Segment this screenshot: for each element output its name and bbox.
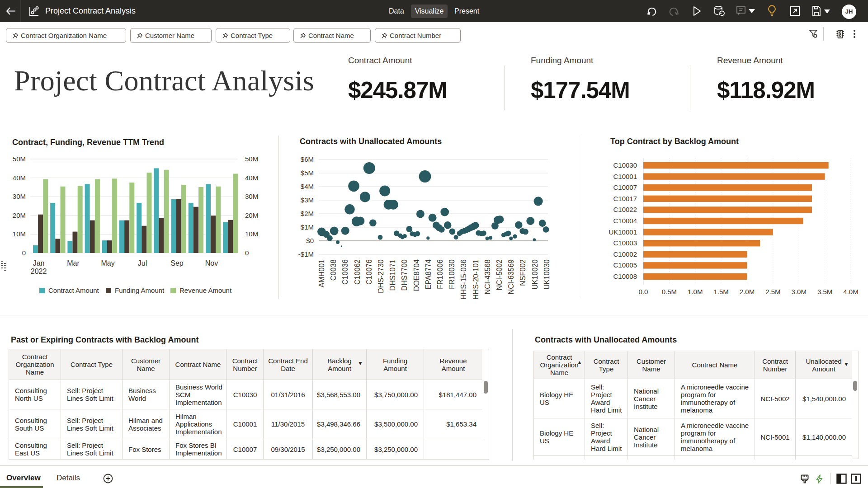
svg-text:40M: 40M [245, 174, 258, 182]
svg-text:HHS-15-036: HHS-15-036 [460, 259, 467, 300]
svg-text:$2M: $2M [301, 210, 314, 217]
svg-text:C10003: C10003 [613, 239, 637, 247]
svg-text:3.0M: 3.0M [792, 288, 807, 296]
svg-text:2022: 2022 [31, 267, 47, 275]
svg-text:$5M: $5M [301, 169, 314, 177]
svg-text:0: 0 [245, 249, 249, 257]
svg-text:C10062: C10062 [354, 259, 361, 285]
svg-text:DHS-2730: DHS-2730 [377, 259, 385, 293]
svg-text:50M: 50M [13, 155, 26, 163]
svg-text:0: 0 [22, 249, 26, 257]
svg-text:Revenue Amount: Revenue Amount [179, 286, 232, 294]
svg-text:Sep: Sep [170, 259, 184, 267]
svg-text:C10030: C10030 [613, 161, 637, 169]
svg-text:20M: 20M [13, 211, 26, 219]
svg-text:0.5M: 0.5M [662, 288, 677, 296]
svg-text:UK10001: UK10001 [609, 228, 637, 236]
svg-text:HHS-20-101: HHS-20-101 [472, 259, 480, 300]
svg-text:40M: 40M [13, 174, 26, 182]
svg-text:C0038: C0038 [330, 259, 337, 281]
svg-text:Jul: Jul [138, 259, 147, 267]
svg-text:FR10030: FR10030 [448, 259, 456, 289]
svg-text:30M: 30M [245, 192, 258, 200]
svg-text:C10001: C10001 [613, 173, 637, 180]
svg-text:DHS7700: DHS7700 [401, 259, 408, 291]
svg-text:C10004: C10004 [613, 217, 637, 225]
svg-text:C10008: C10008 [613, 272, 637, 280]
svg-text:C10005: C10005 [613, 261, 637, 269]
svg-text:C10036: C10036 [341, 259, 349, 285]
svg-text:DOE8704: DOE8704 [413, 259, 420, 291]
svg-text:UK10030: UK10030 [543, 259, 551, 290]
svg-text:Funding Amount: Funding Amount [115, 286, 165, 294]
svg-text:C10017: C10017 [613, 195, 637, 202]
svg-text:$4M: $4M [301, 183, 314, 190]
svg-text:Contract Amount: Contract Amount [48, 286, 99, 294]
svg-text:3.5M: 3.5M [817, 288, 832, 296]
svg-text:May: May [101, 259, 114, 267]
svg-text:DHS1071: DHS1071 [389, 259, 396, 291]
svg-text:4.0M: 4.0M [843, 288, 858, 296]
svg-text:10M: 10M [245, 230, 258, 238]
svg-text:0.0: 0.0 [639, 288, 648, 296]
svg-text:-$1M: -$1M [298, 250, 314, 258]
svg-text:C10022: C10022 [613, 206, 637, 213]
svg-text:FR10006: FR10006 [436, 259, 444, 289]
svg-text:C10002: C10002 [613, 250, 637, 258]
svg-text:C10007: C10007 [613, 183, 637, 191]
svg-text:1.0M: 1.0M [688, 288, 703, 296]
svg-text:Mar: Mar [67, 259, 80, 267]
svg-text:$1M: $1M [301, 223, 314, 231]
svg-text:1.5M: 1.5M [713, 288, 728, 296]
svg-text:Jan: Jan [33, 259, 45, 267]
svg-text:2.5M: 2.5M [765, 288, 780, 296]
svg-text:NCI-63569: NCI-63569 [507, 259, 515, 294]
svg-text:NSF002: NSF002 [519, 259, 527, 286]
svg-text:EPA8774: EPA8774 [425, 259, 432, 290]
svg-text:30M: 30M [13, 192, 26, 200]
svg-text:10M: 10M [13, 230, 26, 238]
svg-text:2.0M: 2.0M [740, 288, 755, 296]
svg-text:C10076: C10076 [365, 259, 373, 285]
svg-text:$3M: $3M [301, 196, 314, 204]
svg-text:50M: 50M [245, 155, 258, 163]
svg-text:Nov: Nov [205, 259, 218, 267]
svg-text:$0: $0 [306, 237, 314, 244]
svg-text:NCI-5002: NCI-5002 [495, 259, 503, 291]
svg-text:20M: 20M [245, 211, 258, 219]
svg-text:UK10020: UK10020 [531, 259, 539, 290]
svg-text:AMH001: AMH001 [318, 259, 326, 287]
svg-text:$6M: $6M [301, 155, 314, 163]
svg-text:NCI-43568: NCI-43568 [484, 259, 491, 294]
